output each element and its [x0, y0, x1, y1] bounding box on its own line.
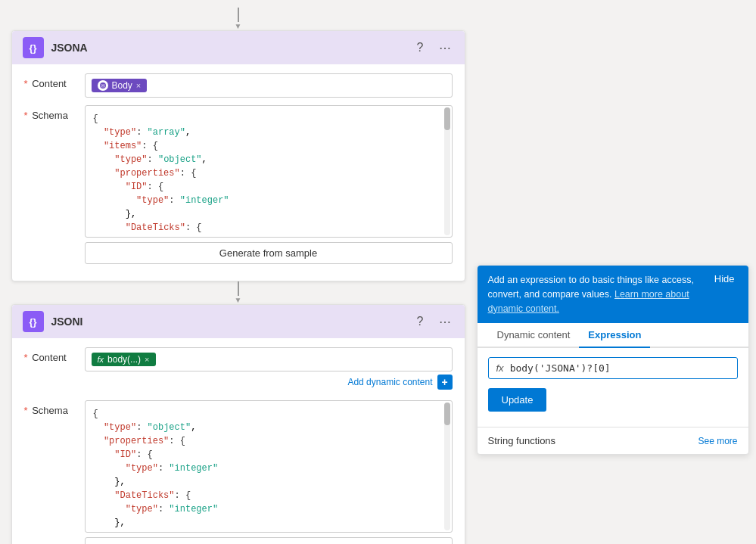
required-star: * [24, 78, 28, 89]
card-jsona-header-left: {} JSONA [23, 37, 88, 58]
expression-value[interactable]: body('JSONA')?[0] [510, 362, 730, 374]
card-jsona-schema-box: { "type": "array", "items": { "type": "o… [85, 105, 453, 238]
add-dynamic-row: Add dynamic content + [85, 371, 453, 393]
card-jsoni-header-right: ? ⋯ [414, 313, 454, 331]
fx-tag-close[interactable]: × [145, 355, 149, 364]
card-jsoni-help-btn[interactable]: ? [414, 313, 427, 330]
card-jsona-title: JSONA [51, 42, 88, 54]
card-jsona: {} JSONA ? ⋯ * Content [11, 30, 465, 281]
flow-column: {} JSONA ? ⋯ * Content [8, 8, 469, 544]
card-jsoni-schema-wrapper: { "type": "object", "properties": { "ID"… [85, 400, 453, 544]
card-jsoni-schema-row: * Schema { "type": "object", "properties… [24, 400, 453, 544]
update-btn[interactable]: Update [488, 388, 547, 412]
see-more-link[interactable]: See more [698, 436, 737, 446]
tab-expression[interactable]: Expression [579, 323, 650, 348]
card-jsoni-body-tag: fx body(...) × [92, 353, 156, 366]
card-jsoni: {} JSONI ? ⋯ * Content [11, 304, 465, 544]
fx-tag-icon: fx [98, 355, 104, 364]
card-jsona-body: * Content ✉ Body × [12, 64, 465, 281]
card-jsona-schema-row: * Schema { "type": "array", "items": { "… [24, 105, 453, 264]
card-jsoni-header: {} JSONI ? ⋯ [12, 305, 465, 338]
card-jsona-schema-label: * Schema [24, 105, 77, 121]
card-jsona-help-btn[interactable]: ? [414, 39, 427, 56]
hide-btn[interactable]: Hide [711, 273, 738, 284]
card-jsoni-schema-label: * Schema [24, 400, 77, 416]
body-tag-close[interactable]: × [136, 81, 141, 90]
card-jsoni-content-input[interactable]: fx body(...) × [85, 347, 453, 371]
side-panel-tabs: Dynamic content Expression [478, 323, 748, 348]
card-jsona-content-row: * Content ✉ Body × [24, 73, 453, 98]
card-jsoni-body: * Content fx body(...) × Add dynami [12, 338, 465, 544]
card-jsona-content-input[interactable]: ✉ Body × [85, 73, 453, 98]
card-jsoni-content-label: * Content [24, 347, 77, 363]
side-panel: Add an expression to do basic things lik… [477, 265, 749, 455]
side-panel-top: Add an expression to do basic things lik… [478, 266, 748, 323]
arrow-connector-top [231, 8, 246, 30]
card-jsoni-title: JSONI [51, 316, 83, 328]
card-jsona-more-btn[interactable]: ⋯ [436, 39, 454, 57]
add-dynamic-link[interactable]: Add dynamic content [347, 377, 432, 387]
card-jsona-header-right: ? ⋯ [414, 39, 454, 57]
card-jsona-body-tag: ✉ Body × [92, 79, 148, 92]
card-jsoni-content-wrapper: fx body(...) × Add dynamic content + [85, 347, 453, 393]
card-jsoni-header-left: {} JSONI [23, 311, 83, 332]
fx-icon: fx [496, 362, 504, 374]
arrow-connector-middle [231, 281, 246, 304]
card-jsona-schema-wrapper: { "type": "array", "items": { "type": "o… [85, 105, 453, 264]
body-tag-label: Body [112, 80, 132, 91]
string-functions-label: String functions [488, 435, 556, 446]
card-jsoni-schema-box: { "type": "object", "properties": { "ID"… [85, 400, 453, 533]
tab-dynamic-content[interactable]: Dynamic content [488, 323, 580, 348]
card-jsoni-icon: {} [23, 311, 44, 332]
card-jsoni-content-row: * Content fx body(...) × Add dynami [24, 347, 453, 393]
card-jsona-icon: {} [23, 37, 44, 58]
side-panel-description: Add an expression to do basic things lik… [488, 273, 711, 316]
card-jsoni-more-btn[interactable]: ⋯ [436, 313, 454, 331]
card-jsona-generate-btn[interactable]: Generate from sample [85, 242, 453, 264]
expression-input-row[interactable]: fx body('JSONA')?[0] [488, 357, 738, 379]
side-panel-footer: String functions See more [478, 427, 748, 454]
svg-text:✉: ✉ [101, 83, 105, 89]
body-tag-icon: ✉ [98, 80, 108, 91]
card-jsona-header: {} JSONA ? ⋯ [12, 31, 465, 64]
card-jsona-content-label: * Content [24, 73, 77, 89]
add-dynamic-btn[interactable]: + [437, 375, 453, 390]
main-container: {} JSONA ? ⋯ * Content [8, 8, 749, 544]
card-jsoni-generate-btn[interactable]: Generate from sample [85, 537, 453, 544]
fx-tag-label: body(...) [107, 354, 141, 365]
side-panel-body: fx body('JSONA')?[0] Update [478, 348, 748, 421]
